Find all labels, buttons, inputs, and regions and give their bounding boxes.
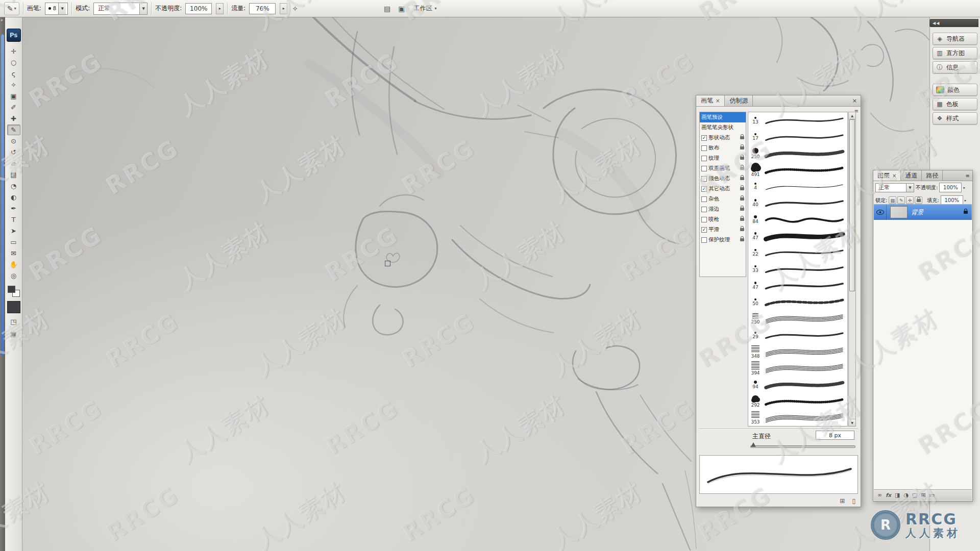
lock-icon[interactable] [740,146,744,149]
checkbox[interactable]: ✓ [701,135,707,141]
brush-preset-row[interactable]: 394 [748,360,847,377]
launcher-icon[interactable]: ▣ [396,5,407,13]
history-brush-tool[interactable]: ↺ [7,147,20,158]
opacity-slider-button[interactable]: ▸ [216,3,224,14]
brush-tip-shape-item[interactable]: 画笔笔尖形状 [700,122,746,133]
brush-option-row[interactable]: ✓形状动态 [700,133,746,143]
paint-mode-select[interactable]: 正常 ▼ [93,3,148,15]
foreground-background-swatches[interactable] [8,286,20,297]
type-tool[interactable]: T [7,214,20,225]
checkbox[interactable] [701,217,707,222]
lock-position-button[interactable]: ✛ [906,196,914,204]
new-layer-button[interactable]: ⊞ [921,492,925,498]
brush-presets-item[interactable]: 画笔预设 [700,112,746,122]
close-icon[interactable]: × [892,173,896,179]
expand-dock-icon[interactable]: » [0,17,5,23]
dodge-tool[interactable]: ◐ [7,192,20,203]
tab-brushes[interactable]: 画笔 × [696,95,725,106]
collapse-to-icons-bar[interactable]: ◀◀ [929,19,978,27]
lock-icon[interactable] [740,177,744,180]
blend-mode-select[interactable]: 正常 ▼ [875,183,914,192]
lock-icon[interactable] [740,228,744,231]
checkbox[interactable] [701,145,707,151]
brush-preset-row[interactable]: 94 [748,377,847,393]
quick-mask-button[interactable]: ◳ [10,318,16,325]
lock-icon[interactable] [740,157,744,160]
new-brush-button[interactable]: ⊞ [840,497,845,505]
opacity-input[interactable]: 100% [185,3,212,14]
brush-tool[interactable]: ✎ [7,124,20,135]
flow-input[interactable]: 76% [249,3,276,14]
master-diameter-slider[interactable] [750,445,855,448]
layer-effects-button[interactable]: fx [886,492,891,498]
tab-通道[interactable]: 通道 [901,170,922,181]
brush-option-row[interactable]: ✓其它动态 [700,184,746,194]
clone-stamp-tool[interactable]: ⊙ [7,136,20,146]
checkbox[interactable]: ✓ [701,186,707,192]
brush-preset-row[interactable]: 29 [748,327,847,343]
layer-row-background[interactable]: 背景 [874,205,972,220]
brush-list-scrollbar[interactable]: ▲ ▼ [848,112,856,427]
brush-preset-row[interactable]: 348 [748,343,847,360]
checkbox[interactable] [701,156,707,161]
quick-select-tool[interactable]: ✧ [7,80,20,90]
checkbox[interactable] [701,176,707,182]
crop-tool[interactable]: ▣ [7,91,20,102]
layer-group-button[interactable]: ▢ [912,492,917,498]
lock-icon[interactable] [740,208,744,211]
lock-icon[interactable] [740,187,744,190]
marquee-tool[interactable]: ○ [7,57,20,68]
brush-preset-row[interactable]: 13 [748,112,847,129]
move-tool[interactable]: ✛ [7,46,20,57]
chevron-down-icon[interactable]: ▼ [906,184,914,192]
brush-preset-row[interactable]: 22 [748,244,847,261]
checkbox[interactable] [701,166,707,171]
delete-brush-button[interactable]: ▯ [852,497,855,505]
workspace-button[interactable]: 工作区 ▾ [411,3,440,15]
scroll-up-icon[interactable]: ▲ [849,112,855,119]
delete-layer-button[interactable]: ▭ [929,492,935,498]
tab-图层[interactable]: 图层× [873,170,901,181]
brush-option-row[interactable]: 杂色 [700,194,746,204]
layers-opacity-input[interactable]: 100% [939,183,962,192]
lock-icon[interactable] [740,238,744,241]
brush-option-row[interactable]: 双重画笔 [700,163,746,173]
visibility-toggle[interactable] [874,205,887,220]
panel-toggle-icon[interactable]: ▤ [382,5,393,13]
flow-slider-button[interactable]: ▸ [280,3,287,14]
dock-button-styles[interactable]: ❖样式 [933,112,977,124]
adjustment-layer-button[interactable]: ◑ [903,492,909,498]
brush-preset-row[interactable]: 84 [748,211,847,228]
dock-button-swatches[interactable]: ▦色板 [933,98,977,110]
zoom-tool[interactable]: ◎ [7,270,20,281]
lasso-tool[interactable]: ς [7,68,20,79]
fill-slider-button[interactable]: ▸ [965,198,967,203]
brush-option-row[interactable]: 颜色动态 [700,173,746,184]
checkbox[interactable] [701,237,707,243]
brush-option-row[interactable]: 湿边 [700,204,746,214]
lock-icon[interactable] [740,136,744,139]
brush-option-row[interactable]: 喷枪 [700,214,746,224]
brush-option-row[interactable]: 散布 [700,143,746,153]
lock-icon[interactable] [740,197,744,201]
gradient-tool[interactable]: ▤ [7,169,20,180]
link-layers-button[interactable]: ∞ [877,492,882,498]
blur-tool[interactable]: ◔ [7,181,20,191]
master-diameter-input[interactable]: 8 px [816,431,854,440]
notes-tool[interactable]: ✉ [7,248,20,259]
brush-preset-row[interactable]: 250 [748,311,847,327]
chevron-down-icon[interactable]: ▼ [58,3,66,14]
checkbox[interactable] [701,196,707,202]
brush-preset-row[interactable]: 33 [748,261,847,278]
tab-clone-source[interactable]: 仿制源 [725,95,753,106]
checkbox[interactable] [701,207,707,212]
brush-preset-row[interactable]: 491 [748,162,847,178]
eraser-tool[interactable]: ▱ [7,158,20,169]
healing-brush-tool[interactable]: ✚ [7,113,20,124]
brush-preset-row[interactable]: 40 [748,195,847,211]
panel-menu-icon[interactable]: ≡ [963,170,972,181]
lock-all-button[interactable] [915,196,922,204]
brush-preset-dropdown[interactable]: 8 ▼ [45,3,68,15]
pen-tool[interactable]: ✒ [7,203,20,214]
brush-preset-row[interactable]: 4 [748,179,847,195]
